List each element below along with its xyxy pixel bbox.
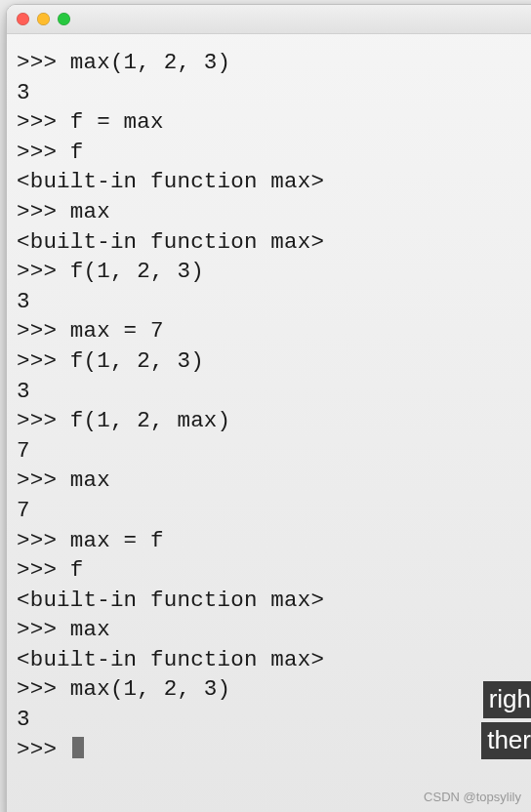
terminal-window: >>> max(1, 2, 3) 3 >>> f = max >>> f <bu… xyxy=(6,4,531,812)
repl-line: >>> max(1, 2, 3) xyxy=(17,674,531,705)
repl-line: <built-in function max> xyxy=(17,645,531,675)
repl-line: >>> max xyxy=(17,615,531,645)
repl-line: <built-in function max> xyxy=(17,227,531,258)
terminal-output[interactable]: >>> max(1, 2, 3) 3 >>> f = max >>> f <bu… xyxy=(7,34,531,778)
window-titlebar xyxy=(7,5,531,34)
video-caption: righ ther xyxy=(481,681,531,759)
repl-line: <built-in function max> xyxy=(17,167,531,197)
repl-line: 7 xyxy=(17,436,531,467)
repl-line: >>> max(1, 2, 3) xyxy=(17,48,531,78)
watermark: CSDN @topsylily xyxy=(424,790,521,804)
repl-prompt: >>> xyxy=(17,737,70,762)
repl-line: >>> f xyxy=(17,138,531,168)
repl-line: >>> max xyxy=(17,197,531,227)
repl-line: >>> f xyxy=(17,555,531,586)
repl-line: >>> f(1, 2, max) xyxy=(17,406,531,436)
repl-prompt-line[interactable]: >>> xyxy=(17,735,531,765)
repl-line: >>> f(1, 2, 3) xyxy=(17,257,531,287)
repl-line: 7 xyxy=(17,496,531,526)
repl-line: 3 xyxy=(17,705,531,735)
repl-line: >>> f = max xyxy=(17,107,531,138)
repl-line: >>> max = 7 xyxy=(17,316,531,346)
repl-line: >>> f(1, 2, 3) xyxy=(17,346,531,377)
caption-line: ther xyxy=(481,722,531,759)
repl-line: >>> max xyxy=(17,466,531,496)
repl-line: 3 xyxy=(17,377,531,407)
close-icon[interactable] xyxy=(17,13,29,25)
repl-line: >>> max = f xyxy=(17,526,531,556)
repl-line: 3 xyxy=(17,287,531,317)
repl-line: 3 xyxy=(17,78,531,108)
minimize-icon[interactable] xyxy=(37,13,50,25)
repl-line: <built-in function max> xyxy=(17,586,531,616)
maximize-icon[interactable] xyxy=(58,13,70,25)
cursor-icon xyxy=(72,737,84,758)
caption-line: righ xyxy=(483,681,531,718)
